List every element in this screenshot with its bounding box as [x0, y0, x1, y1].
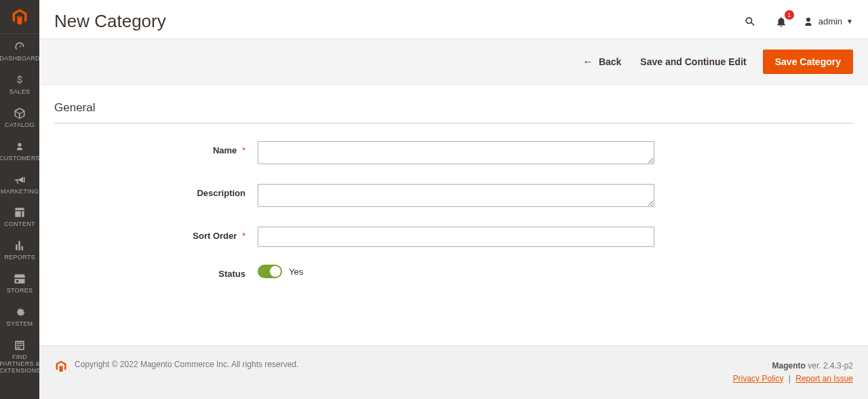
magento-footer-logo [54, 360, 68, 373]
username: admin [818, 16, 842, 26]
field-row-name: Name * [54, 141, 853, 166]
stores-icon [13, 272, 26, 286]
footer-separator: | [789, 374, 791, 383]
toggle-knob [270, 266, 281, 277]
user-icon [802, 16, 814, 28]
sidebar-label: Customers [0, 155, 40, 162]
partners-icon [13, 339, 26, 352]
back-label: Back [599, 56, 621, 67]
sidebar-label: Marketing [1, 189, 39, 195]
sidebar-label: Catalog [5, 122, 35, 129]
required-mark: * [242, 145, 245, 155]
sidebar-item-partners[interactable]: Find Partners & Extensions [0, 334, 39, 381]
sidebar-label: Reports [4, 254, 35, 261]
marketing-icon [13, 173, 26, 187]
sidebar-item-system[interactable]: System [0, 301, 39, 334]
label-status: Status [54, 265, 258, 279]
sidebar-label: Content [4, 221, 35, 228]
sidebar-item-sales[interactable]: Sales [0, 69, 39, 102]
field-row-sort-order: Sort Order * [54, 227, 853, 247]
admin-sidebar: Dashboard Sales Catalog Customers Market… [0, 0, 39, 399]
sidebar-label: System [7, 321, 33, 328]
save-continue-button[interactable]: Save and Continue Edit [631, 51, 755, 73]
sidebar-label: Dashboard [0, 56, 40, 62]
label-description: Description [54, 184, 258, 198]
sidebar-item-dashboard[interactable]: Dashboard [0, 35, 39, 69]
sidebar-item-content[interactable]: Content [0, 201, 39, 234]
dollar-icon [13, 73, 26, 87]
copyright-text: Copyright © 2022 Magento Commerce Inc. A… [75, 360, 298, 369]
section-title-general: General [54, 101, 853, 124]
page-header: New Category 1 admin ▼ [39, 0, 868, 39]
page-footer: Copyright © 2022 Magento Commerce Inc. A… [39, 345, 868, 399]
search-icon [743, 15, 757, 28]
sidebar-item-marketing[interactable]: Marketing [0, 168, 39, 202]
description-input[interactable] [258, 184, 654, 207]
content-icon [13, 206, 26, 219]
catalog-icon [13, 107, 26, 120]
sidebar-item-catalog[interactable]: Catalog [0, 102, 39, 135]
dashboard-icon [13, 40, 26, 54]
required-mark: * [242, 231, 245, 241]
status-toggle-label: Yes [289, 267, 303, 277]
arrow-left-icon: ← [583, 56, 593, 68]
sidebar-item-stores[interactable]: Stores [0, 267, 39, 301]
field-row-status: Status Yes [54, 265, 853, 279]
footer-version: ver. 2.4.3-p2 [806, 361, 853, 370]
sidebar-item-customers[interactable]: Customers [0, 135, 39, 168]
customers-icon [13, 140, 26, 153]
sidebar-label: Stores [7, 288, 33, 294]
page-title: New Category [54, 11, 166, 32]
system-icon [13, 305, 26, 319]
save-button[interactable]: Save Category [763, 50, 853, 74]
chevron-down-icon: ▼ [846, 18, 853, 25]
notification-badge: 1 [785, 10, 794, 20]
search-button[interactable] [741, 13, 759, 31]
sidebar-label: Sales [9, 89, 31, 96]
sidebar-label: Find Partners & Extensions [0, 354, 41, 375]
field-row-description: Description [54, 184, 853, 209]
sidebar-item-reports[interactable]: Reports [0, 234, 39, 267]
user-menu[interactable]: admin ▼ [802, 16, 853, 28]
sort-order-input[interactable] [258, 227, 654, 247]
name-input[interactable] [258, 141, 654, 164]
label-name: Name * [54, 141, 258, 155]
back-button[interactable]: ← Back [573, 50, 631, 73]
magento-logo[interactable] [0, 0, 39, 34]
report-issue-link[interactable]: Report an Issue [795, 374, 853, 383]
label-sort-order: Sort Order * [54, 227, 258, 241]
status-toggle[interactable] [258, 265, 282, 278]
notifications-button[interactable]: 1 [772, 13, 790, 31]
reports-icon [13, 239, 26, 252]
form-content: General Name * Description Sort Order * [39, 85, 868, 345]
footer-brand: Magento [772, 361, 806, 370]
action-bar: ← Back Save and Continue Edit Save Categ… [39, 39, 868, 85]
privacy-policy-link[interactable]: Privacy Policy [733, 374, 784, 383]
